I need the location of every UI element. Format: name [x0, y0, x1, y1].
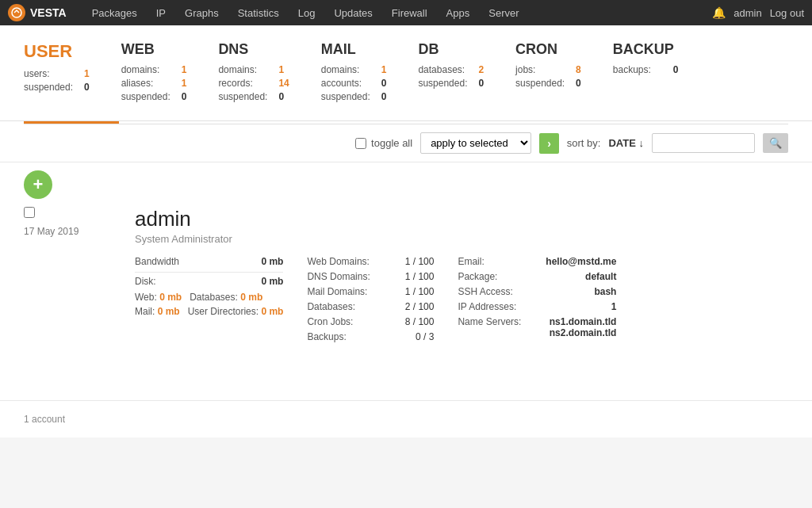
search-button[interactable]: 🔍 [763, 133, 788, 153]
search-input[interactable] [652, 133, 755, 153]
user-left-col: 17 May 2019 [24, 207, 135, 346]
web-sub: Web: 0 mb [135, 292, 182, 303]
databases-sub: Databases: 0 mb [190, 292, 262, 303]
stat-suspended-users-row: suspended: 0 [24, 82, 90, 93]
stats-web: WEB domains: 1 aliases: 1 suspended: 0 [121, 41, 187, 105]
stat-suspended-users-value: 0 [84, 82, 90, 93]
backups-value: 0 / 3 [416, 331, 434, 342]
ns2-value: ns2.domain.tld [550, 327, 617, 338]
sort-by-label: sort by: [567, 137, 601, 149]
nav-server[interactable]: Server [479, 0, 528, 25]
nav-statistics[interactable]: Statistics [228, 0, 289, 25]
sort-value: DATE ↓ [608, 137, 644, 149]
nav-graphs[interactable]: Graphs [175, 0, 228, 25]
col1: Bandwidth 0 mb Disk: 0 mb Web: 0 mb [135, 256, 283, 346]
ssh-label: SSH Access: [458, 286, 512, 297]
user-select-checkbox[interactable] [24, 207, 35, 218]
stats-db: DB databases: 2 suspended: 0 [418, 41, 484, 105]
nav-log[interactable]: Log [289, 0, 325, 25]
stat-users-value: 1 [84, 68, 90, 79]
email-value: hello@mstd.me [546, 256, 616, 267]
cron-jobs-value: 8 / 100 [405, 316, 435, 327]
vesta-logo-icon [8, 4, 25, 21]
user-info: admin System Administrator Bandwidth 0 m… [135, 207, 788, 346]
stat-users-label: users: [24, 68, 79, 79]
web-domains-label: Web Domains: [307, 256, 369, 267]
web-title: WEB [121, 41, 187, 58]
stats-dns: DNS domains: 1 records: 14 suspended: 0 [218, 41, 289, 105]
nav-packages[interactable]: Packages [82, 0, 147, 25]
col2: Web Domains: 1 / 100 DNS Domains: 1 / 10… [307, 256, 434, 346]
nav-updates[interactable]: Updates [324, 0, 381, 25]
navbar: VESTA Packages IP Graphs Statistics Log … [0, 0, 812, 25]
web-domains-value: 1 / 100 [405, 256, 435, 267]
page-footer: 1 account [0, 400, 812, 437]
dns-domains-label: DNS Domains: [307, 271, 370, 282]
user-title: USER [24, 41, 90, 62]
add-user-button[interactable]: + [24, 170, 52, 199]
ns1-value: ns1.domain.tld [550, 316, 617, 327]
notification-icon: 🔔 [712, 6, 726, 19]
user-dir-sub: User Directories: 0 mb [188, 306, 284, 317]
stats-backup: BACKUP backups: 0 [613, 41, 679, 105]
db-title: DB [418, 41, 484, 58]
nav-firewall[interactable]: Firewall [382, 0, 437, 25]
logout-button[interactable]: Log out [770, 7, 804, 19]
user-name: admin [135, 207, 788, 231]
nav-links: Packages IP Graphs Statistics Log Update… [82, 0, 713, 25]
cron-jobs-label: Cron Jobs: [307, 316, 353, 327]
toggle-all-label[interactable]: toggle all [355, 137, 412, 149]
ssh-value: bash [594, 286, 616, 297]
account-count: 1 account [24, 414, 65, 425]
backup-title: BACKUP [613, 41, 679, 58]
stats-panel: USER users: 1 suspended: 0 WEB domains: … [0, 25, 812, 121]
package-value: default [585, 271, 616, 282]
apply-select[interactable]: apply to selectedSuspendDelete [420, 132, 531, 154]
package-label: Package: [458, 271, 497, 282]
dns-domains-value: 1 / 100 [405, 271, 435, 282]
stats-user: USER users: 1 suspended: 0 [24, 41, 90, 105]
brand-name: VESTA [30, 6, 67, 19]
backups-label: Backups: [307, 331, 346, 342]
mail-title: MAIL [321, 41, 387, 58]
cron-title: CRON [515, 41, 581, 58]
stats-mail: MAIL domains: 1 accounts: 0 suspended: 0 [321, 41, 387, 105]
dns-title: DNS [218, 41, 289, 58]
ip-label: IP Addresses: [458, 301, 516, 312]
admin-link[interactable]: admin [733, 7, 761, 19]
mail-domains-value: 1 / 100 [405, 286, 435, 297]
user-role: System Administrator [135, 233, 788, 245]
svg-point-0 [12, 8, 21, 17]
user-date: 17 May 2019 [24, 226, 135, 237]
bandwidth-label: Bandwidth [135, 256, 179, 267]
disk-label: Disk: [135, 276, 156, 287]
mail-sub: Mail: 0 mb [135, 306, 180, 317]
nav-right: 🔔 admin Log out [712, 6, 804, 19]
stats-grid: USER users: 1 suspended: 0 WEB domains: … [24, 41, 788, 105]
stat-suspended-users-label: suspended: [24, 82, 79, 93]
user-detail-grid: Bandwidth 0 mb Disk: 0 mb Web: 0 mb [135, 256, 788, 346]
bandwidth-value: 0 mb [261, 256, 283, 267]
stats-cron: CRON jobs: 8 suspended: 0 [515, 41, 581, 105]
databases2-value: 2 / 100 [405, 301, 435, 312]
ip-value: 1 [611, 301, 617, 312]
ns-label: Name Servers: [458, 316, 529, 327]
toggle-all-text: toggle all [371, 137, 412, 149]
nav-apps[interactable]: Apps [437, 0, 480, 25]
nav-ip[interactable]: IP [147, 0, 175, 25]
toggle-all-checkbox[interactable] [355, 138, 366, 149]
col3: Email: hello@mstd.me Package: default SS… [458, 256, 616, 346]
apply-button[interactable]: › [539, 133, 559, 154]
databases2-label: Databases: [307, 301, 355, 312]
user-entry: 17 May 2019 admin System Administrator B… [24, 207, 788, 346]
disk-value: 0 mb [261, 276, 283, 287]
mail-domains-label: Mail Domains: [307, 286, 367, 297]
main-content: + 17 May 2019 admin System Administrator… [0, 162, 812, 400]
email-label: Email: [458, 256, 484, 267]
brand: VESTA [8, 4, 67, 21]
toolbar: toggle all apply to selectedSuspendDelet… [0, 124, 812, 162]
stat-users-row: users: 1 [24, 68, 90, 79]
ns-values: ns1.domain.tld ns2.domain.tld [550, 316, 617, 338]
